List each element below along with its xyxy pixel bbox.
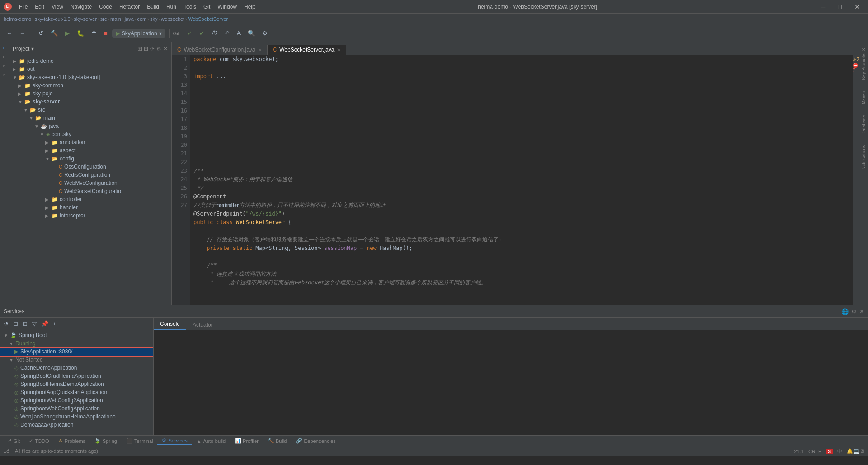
bottom-tab-dependencies[interactable]: 🔗 Dependencies <box>291 437 340 445</box>
toolbar-run-button[interactable]: ▶ <box>62 28 72 38</box>
services-app-wenjian[interactable]: ◎ WenjianShangchuanHeimaApplicationo <box>0 413 153 421</box>
breadcrumb-item-1[interactable]: sky-take-out-1.0 <box>35 16 71 22</box>
sidebar-icon-structure[interactable]: S <box>1 71 8 79</box>
menu-git[interactable]: Git <box>200 2 214 12</box>
project-expand-icon[interactable]: ⊞ <box>137 46 142 52</box>
sidebar-icon-project[interactable]: P <box>1 44 8 52</box>
tree-item-src[interactable]: ▼ 📂 src <box>9 106 171 114</box>
tree-item-jedis-demo[interactable]: ▶ 📁 jedis-demo <box>9 57 171 65</box>
right-sidebar-key-promoter[interactable]: Key Promoter X <box>860 44 867 84</box>
tree-item-aspect[interactable]: ▶ 📁 aspect <box>9 146 171 155</box>
toolbar-build-button[interactable]: 🔨 <box>48 28 61 38</box>
tree-item-com-sky[interactable]: ▼ ◈ com.sky <box>9 130 171 138</box>
services-spring-boot[interactable]: ▼ 🍃 Spring Boot <box>0 331 153 339</box>
bottom-tab-build[interactable]: 🔨 Build <box>263 437 291 445</box>
services-running-group[interactable]: ▼ Running <box>0 339 153 348</box>
settings-button[interactable]: ⚙ <box>259 28 270 38</box>
services-app-springboot-crud[interactable]: ◎ SpringBootCrudHeimaApplication <box>0 372 153 380</box>
bottom-tab-problems[interactable]: ⚠ Problems <box>54 437 90 445</box>
breadcrumb-item-5[interactable]: java <box>125 16 134 22</box>
tab-websocket-server[interactable]: C WebSocketServer.java ✕ <box>268 45 347 55</box>
maximize-button[interactable]: □ <box>834 2 846 11</box>
services-app-springboot-web2[interactable]: ◎ SpringbootWebConfig2Application <box>0 396 153 404</box>
breadcrumb-item-3[interactable]: src <box>100 16 107 22</box>
locale-label[interactable]: 中 <box>837 448 842 455</box>
tree-item-webmvc-config[interactable]: ▶ C WebMvcConfiguration <box>9 179 171 187</box>
run-config-selector[interactable]: ▶ SkyApplication ▾ <box>112 29 165 38</box>
git-checkmark-button[interactable]: ✓ <box>184 28 195 38</box>
tree-item-config[interactable]: ▼ 📂 config <box>9 155 171 163</box>
bottom-tab-spring[interactable]: 🍃 Spring <box>90 437 122 445</box>
tab-websocket-config[interactable]: C WebSocketConfiguration.java ✕ <box>172 45 268 55</box>
tree-item-java[interactable]: ▼ ☕ java <box>9 122 171 130</box>
breadcrumb-item-2[interactable]: sky-server <box>74 16 97 22</box>
project-dropdown-icon[interactable]: ▾ <box>31 46 34 52</box>
bottom-tab-terminal[interactable]: ⬛ Terminal <box>122 437 158 445</box>
tree-item-sky-take-out[interactable]: ▼ 📂 sky-take-out-1.0 [sky-take-out] <box>9 73 171 81</box>
tab-actuator[interactable]: Actuator <box>186 320 219 330</box>
right-sidebar-notifications[interactable]: Notifications <box>860 141 867 173</box>
tree-item-sky-server[interactable]: ▼ 📂 sky-server <box>9 98 171 106</box>
project-sync-icon[interactable]: ⟳ <box>150 46 155 52</box>
menu-tools[interactable]: Tools <box>180 2 200 12</box>
tree-item-main[interactable]: ▼ 📂 main <box>9 114 171 122</box>
services-gear-icon[interactable]: ⚙ <box>851 308 857 315</box>
tab-console[interactable]: Console <box>154 319 186 330</box>
breadcrumb-item-6[interactable]: com <box>137 16 146 22</box>
tree-item-interceptor[interactable]: ▶ 📁 interceptor <box>9 211 171 220</box>
git-check2-button[interactable]: ✔ <box>197 28 207 38</box>
encoding-label[interactable]: CRLF <box>808 449 821 454</box>
menu-help[interactable]: Help <box>241 2 259 12</box>
right-sidebar-maven[interactable]: Maven <box>860 87 867 108</box>
project-close-icon[interactable]: ✕ <box>163 46 168 52</box>
services-not-started-group[interactable]: ▼ Not Started <box>0 356 153 364</box>
menu-navigate[interactable]: Navigate <box>67 2 95 12</box>
close-button[interactable]: ✕ <box>850 2 864 11</box>
bottom-tab-auto-build[interactable]: ▲ Auto-build <box>192 437 230 445</box>
bottom-tab-services[interactable]: ⚙ Services <box>157 437 192 445</box>
svc-group-button[interactable]: ⊞ <box>21 319 29 328</box>
bottom-tab-git[interactable]: ⎇ Git <box>2 437 24 445</box>
search-button[interactable]: 🔍 <box>245 28 258 38</box>
tree-item-sky-pojo[interactable]: ▶ 📁 sky-pojo <box>9 89 171 98</box>
breadcrumb-item-0[interactable]: heima-demo <box>4 16 31 22</box>
project-collapse-icon[interactable]: ⊟ <box>144 46 148 52</box>
services-app-springboot-aop[interactable]: ◎ SpringbootAopQuickstartApplication <box>0 388 153 396</box>
menu-code[interactable]: Code <box>95 2 116 12</box>
project-gear-icon[interactable]: ⚙ <box>156 46 161 52</box>
cursor-position[interactable]: 21:1 <box>794 449 804 454</box>
tree-item-handler[interactable]: ▶ 📁 handler <box>9 203 171 211</box>
menu-edit[interactable]: Edit <box>31 2 48 12</box>
bottom-tab-todo[interactable]: ✓ TODO <box>24 437 54 445</box>
menu-view[interactable]: View <box>48 2 67 12</box>
tab-close-icon[interactable]: ✕ <box>258 47 262 52</box>
toolbar-coverage-button[interactable]: ☂ <box>89 28 99 38</box>
toolbar-stop-button[interactable]: ■ <box>101 28 110 38</box>
menu-build[interactable]: Build <box>143 2 163 12</box>
sidebar-icon-bookmarks[interactable]: B <box>1 62 8 70</box>
tree-item-controller[interactable]: ▶ 📁 controller <box>9 195 171 203</box>
svc-pin-button[interactable]: 📌 <box>39 319 50 328</box>
breadcrumb-item-8[interactable]: websocket <box>161 16 184 22</box>
menu-window[interactable]: Window <box>214 2 241 12</box>
sidebar-icon-commit[interactable]: C <box>1 53 8 61</box>
code-editor[interactable]: package com.sky.websocket; import ... /*… <box>190 55 854 305</box>
git-branch-status[interactable]: ⎇ <box>4 448 9 454</box>
services-close-icon[interactable]: ✕ <box>859 308 864 315</box>
breadcrumb-item-7[interactable]: sky <box>150 16 158 22</box>
git-translate-button[interactable]: A <box>234 28 244 38</box>
breadcrumb-item-4[interactable]: main <box>110 16 121 22</box>
breadcrumb-item-9[interactable]: WebSocketServer <box>188 16 228 22</box>
tree-item-oss-config[interactable]: ▶ C OssConfiguration <box>9 163 171 171</box>
tree-item-annotation[interactable]: ▶ 📁 annotation <box>9 138 171 146</box>
toolbar-back-button[interactable]: ← <box>4 28 15 38</box>
tree-item-websocket-config[interactable]: ▶ C WebSocketConfiguratio <box>9 187 171 195</box>
services-app-demo[interactable]: ◎ DemoaaaaApplication <box>0 421 153 429</box>
tree-item-sky-common[interactable]: ▶ 📁 sky-common <box>9 81 171 89</box>
toolbar-debug-button[interactable]: 🐛 <box>74 28 87 38</box>
services-app-springboot-heima-demo[interactable]: ◎ SpringBootHeimaDemoApplication <box>0 380 153 388</box>
menu-refactor[interactable]: Refactor <box>116 2 143 12</box>
tree-item-redis-config[interactable]: ▶ C RedisConfiguration <box>9 171 171 179</box>
svc-refresh-button[interactable]: ↺ <box>2 319 10 328</box>
svc-add-button[interactable]: + <box>51 319 58 328</box>
